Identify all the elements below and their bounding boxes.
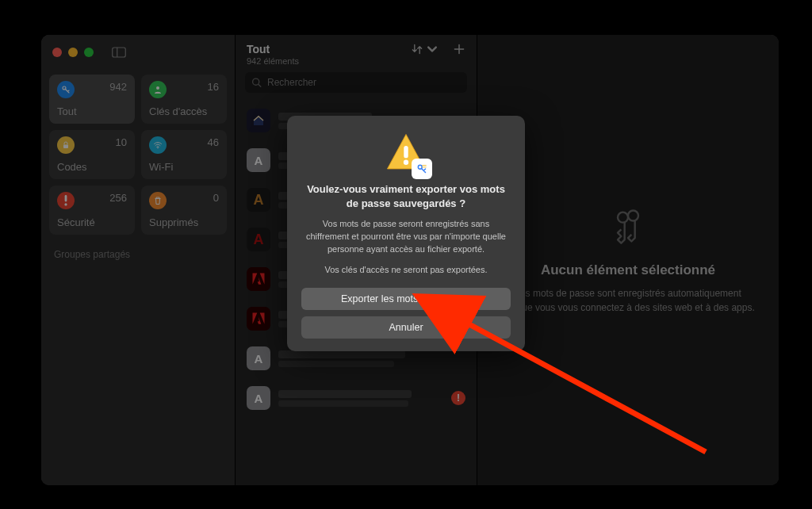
dialog-icon — [383, 130, 429, 176]
svg-rect-4 — [63, 145, 68, 149]
shared-groups-label: Groupes partagés — [49, 249, 227, 260]
lock-icon — [57, 136, 75, 154]
search-container — [245, 72, 467, 93]
avatar: A — [247, 228, 270, 251]
sidebar: 942Tout16Clés d'accès10Codes46Wi-Fi256Sé… — [41, 35, 235, 485]
svg-point-7 — [64, 203, 67, 205]
category-label: Wi-Fi — [149, 161, 219, 173]
cancel-button[interactable]: Annuler — [301, 316, 511, 339]
list-header: Tout 942 éléments — [236, 35, 477, 72]
category-count: 256 — [109, 192, 127, 204]
titlebar — [49, 44, 227, 60]
category-codes[interactable]: 10Codes — [49, 130, 135, 179]
search-icon — [251, 78, 262, 88]
category-label: Tout — [57, 105, 127, 117]
wifi-icon — [149, 136, 167, 154]
trash-icon — [149, 192, 167, 209]
maximize-window-button[interactable] — [84, 48, 94, 57]
minimize-window-button[interactable] — [68, 48, 78, 57]
avatar — [247, 267, 270, 291]
avatar — [247, 109, 270, 132]
avatar: A — [247, 386, 270, 410]
add-button[interactable] — [453, 43, 465, 55]
avatar: A — [247, 346, 270, 370]
svg-point-5 — [157, 147, 159, 149]
dialog-body: Vos mots de passe seront enregistrés san… — [301, 218, 511, 256]
list-item[interactable]: A! — [243, 378, 469, 418]
category-wi-fi[interactable]: 46Wi-Fi — [141, 130, 227, 179]
list-item-text — [278, 350, 465, 367]
toggle-sidebar-button[interactable] — [108, 44, 130, 60]
plus-icon — [453, 43, 465, 55]
svg-rect-12 — [404, 146, 408, 158]
category-tout[interactable]: 942Tout — [49, 75, 135, 124]
category-s-curit-[interactable]: 256Sécurité — [49, 186, 135, 235]
svg-rect-6 — [65, 195, 67, 201]
avatar: A — [247, 188, 270, 212]
list-item-text — [278, 390, 443, 407]
avatar — [247, 307, 270, 331]
export-button[interactable]: Exporter les mots de passe… — [301, 288, 511, 310]
search-input[interactable] — [245, 72, 467, 93]
app-badge-icon — [412, 159, 432, 179]
svg-point-10 — [618, 212, 628, 223]
svg-line-9 — [259, 84, 261, 86]
category-cl-s-d-acc-s[interactable]: 16Clés d'accès — [141, 75, 227, 124]
sort-button[interactable] — [411, 43, 439, 55]
category-count: 942 — [109, 81, 127, 93]
list-subtitle: 942 éléments — [247, 56, 299, 66]
keys-icon — [607, 205, 649, 247]
close-window-button[interactable] — [52, 48, 62, 57]
category-grid: 942Tout16Clés d'accès10Codes46Wi-Fi256Sé… — [49, 75, 227, 235]
key-icon — [57, 81, 75, 98]
category-label: Codes — [57, 161, 127, 173]
svg-point-13 — [404, 160, 408, 165]
person-icon — [149, 81, 167, 98]
dialog-title: Voulez-vous vraiment exporter vos mots d… — [301, 182, 511, 210]
category-label: Clés d'accès — [149, 105, 219, 117]
avatar: A — [247, 148, 270, 172]
svg-rect-0 — [113, 48, 126, 57]
dialog-body-secondary: Vos clés d'accès ne seront pas exportées… — [301, 264, 511, 277]
empty-state-heading: Aucun élément sélectionné — [501, 262, 755, 278]
chevron-down-icon — [426, 43, 439, 55]
category-count: 10 — [116, 136, 127, 148]
category-label: Sécurité — [57, 216, 127, 228]
svg-point-11 — [628, 211, 638, 221]
warn-icon — [57, 192, 75, 209]
empty-state-body: Les mots de passe sont enregistrés autom… — [501, 286, 755, 315]
empty-state: Aucun élément sélectionné Les mots de pa… — [501, 205, 755, 315]
list-title: Tout — [247, 43, 299, 55]
security-warning-badge: ! — [451, 391, 465, 405]
category-count: 46 — [208, 136, 219, 148]
export-confirmation-dialog: Voulez-vous vraiment exporter vos mots d… — [287, 116, 525, 351]
traffic-lights — [52, 48, 94, 57]
category-supprim-s[interactable]: 0Supprimés — [141, 186, 227, 235]
sidebar-icon — [112, 47, 126, 58]
category-count: 0 — [213, 192, 219, 204]
sort-icon — [411, 43, 423, 55]
svg-point-3 — [156, 86, 159, 90]
category-count: 16 — [208, 81, 219, 93]
category-label: Supprimés — [149, 216, 219, 228]
